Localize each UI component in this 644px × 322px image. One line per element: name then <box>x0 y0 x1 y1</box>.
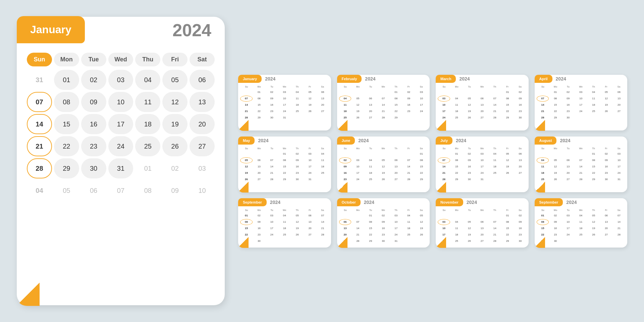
sc-date-cell[interactable]: 07 <box>266 157 278 163</box>
sc-date-cell[interactable]: 04 <box>575 213 587 219</box>
sc-date-cell[interactable]: 10 <box>352 164 364 170</box>
sc-date-cell[interactable]: 11 <box>575 219 587 225</box>
large-date-cell[interactable]: 01 <box>135 158 160 178</box>
sc-date-cell[interactable]: 22 <box>278 170 291 176</box>
sc-date-cell[interactable]: 23 <box>339 176 352 182</box>
sc-date-cell[interactable]: 24 <box>278 108 291 114</box>
sc-date-cell[interactable]: 15 <box>501 102 514 108</box>
sc-date-cell[interactable]: 23 <box>562 108 574 114</box>
sc-date-cell[interactable]: 24 <box>613 170 625 176</box>
sc-date-cell[interactable]: 16 <box>266 102 278 108</box>
sc-date-cell[interactable]: 27 <box>390 176 402 182</box>
sc-date-cell[interactable]: 17 <box>278 102 291 108</box>
sc-date-cell[interactable]: 17 <box>266 225 278 231</box>
sc-date-cell[interactable]: 16 <box>402 102 415 108</box>
large-date-cell[interactable]: 13 <box>190 92 215 112</box>
sc-date-cell[interactable]: 27 <box>476 238 488 244</box>
sc-date-cell[interactable]: 19 <box>501 164 514 170</box>
sc-date-cell[interactable]: 23 <box>402 108 415 114</box>
sc-date-cell[interactable]: 09 <box>253 219 265 225</box>
sc-date-cell[interactable]: 22 <box>587 170 600 176</box>
sc-date-cell[interactable]: 02 <box>377 213 389 219</box>
sc-date-cell[interactable]: 08 <box>501 96 514 102</box>
sc-date-cell[interactable]: 01 <box>415 151 428 157</box>
sc-date-cell[interactable]: 01 <box>501 213 514 219</box>
sc-date-cell[interactable]: 18 <box>450 232 463 238</box>
sc-date-cell[interactable]: 10 <box>613 157 625 163</box>
sc-date-cell[interactable]: 19 <box>304 102 316 108</box>
sc-date-cell[interactable]: 10 <box>304 157 316 163</box>
sc-date-cell[interactable]: 14 <box>317 219 329 225</box>
sc-date-cell[interactable]: 04 <box>278 213 291 219</box>
sc-date-cell[interactable]: 12 <box>549 164 561 170</box>
sc-date-cell[interactable]: 06 <box>253 157 265 163</box>
sc-date-cell[interactable]: 20 <box>514 164 527 170</box>
sc-date-cell[interactable]: 29 <box>390 115 402 121</box>
sc-date-cell[interactable]: 25 <box>450 238 463 244</box>
sc-date-cell[interactable]: 18 <box>450 108 463 114</box>
sc-date-cell[interactable]: 21 <box>266 170 278 176</box>
sc-date-cell[interactable]: 31 <box>390 238 402 244</box>
large-date-cell[interactable]: 29 <box>54 158 79 178</box>
large-date-cell[interactable]: 07 <box>27 92 52 112</box>
sc-date-cell[interactable]: 07 <box>317 213 329 219</box>
sc-date-cell[interactable]: 16 <box>514 102 527 108</box>
sc-date-cell[interactable]: 24 <box>304 170 316 176</box>
sc-date-cell[interactable]: 30 <box>514 115 527 121</box>
sc-date-cell[interactable]: 21 <box>402 170 415 176</box>
sc-date-cell[interactable]: 10 <box>476 157 488 163</box>
sc-date-cell[interactable]: 26 <box>291 232 304 238</box>
sc-date-cell[interactable]: 19 <box>463 108 476 114</box>
sc-date-cell[interactable]: 05 <box>501 151 514 157</box>
sc-date-cell[interactable]: 12 <box>463 225 476 231</box>
sc-date-cell[interactable]: 14 <box>438 164 450 170</box>
sc-date-cell[interactable]: 12 <box>501 157 514 163</box>
sc-date-cell[interactable]: 30 <box>600 176 612 182</box>
large-date-cell[interactable]: 19 <box>162 114 187 134</box>
sc-date-cell[interactable]: 11 <box>317 157 329 163</box>
large-date-cell[interactable]: 11 <box>135 92 160 112</box>
sc-date-cell[interactable]: 21 <box>575 170 587 176</box>
sc-date-cell[interactable]: 11 <box>489 157 501 163</box>
sc-date-cell[interactable]: 26 <box>463 115 476 121</box>
sc-date-cell[interactable]: 24 <box>390 232 402 238</box>
sc-date-cell[interactable]: 25 <box>587 108 600 114</box>
sc-date-cell[interactable]: 16 <box>463 164 476 170</box>
sc-date-cell[interactable]: 12 <box>240 164 253 170</box>
sc-date-cell[interactable]: 09 <box>463 157 476 163</box>
sc-date-cell[interactable]: 30 <box>291 176 304 182</box>
sc-date-cell[interactable]: 30 <box>377 238 389 244</box>
sc-date-cell[interactable]: 20 <box>390 170 402 176</box>
sc-date-cell[interactable]: 17 <box>415 102 428 108</box>
sc-date-cell[interactable]: 16 <box>600 164 612 170</box>
sc-date-cell[interactable]: 01 <box>549 89 561 95</box>
sc-date-cell[interactable]: 02 <box>514 89 527 95</box>
sc-date-cell[interactable]: 15 <box>253 102 265 108</box>
sc-date-cell[interactable]: 18 <box>489 164 501 170</box>
sc-date-cell[interactable]: 07 <box>402 157 415 163</box>
sc-date-cell[interactable]: 20 <box>317 102 329 108</box>
sc-date-cell[interactable]: 03 <box>476 151 488 157</box>
sc-date-cell[interactable]: 11 <box>339 102 352 108</box>
sc-date-cell[interactable]: 03 <box>390 213 402 219</box>
sc-date-cell[interactable]: 20 <box>304 225 316 231</box>
sc-date-cell[interactable]: 28 <box>438 176 450 182</box>
sc-date-cell[interactable]: 01 <box>240 213 253 219</box>
large-date-cell[interactable]: 12 <box>162 92 187 112</box>
sc-date-cell[interactable]: 03 <box>562 213 574 219</box>
sc-date-cell[interactable]: 28 <box>240 115 253 121</box>
sc-date-cell[interactable]: 11 <box>402 219 415 225</box>
sc-date-cell[interactable]: 25 <box>317 170 329 176</box>
sc-date-cell[interactable]: 05 <box>549 157 561 163</box>
sc-date-cell[interactable]: 16 <box>291 164 304 170</box>
sc-date-cell[interactable]: 26 <box>304 108 316 114</box>
sc-date-cell[interactable]: 03 <box>304 151 316 157</box>
large-date-cell[interactable]: 22 <box>54 136 79 156</box>
sc-date-cell[interactable]: 17 <box>352 170 364 176</box>
large-date-cell[interactable]: 04 <box>135 70 160 90</box>
sc-date-cell[interactable]: 14 <box>266 164 278 170</box>
sc-date-cell[interactable]: 18 <box>278 225 291 231</box>
sc-date-cell[interactable]: 25 <box>291 108 304 114</box>
sc-date-cell[interactable]: 25 <box>575 232 587 238</box>
sc-date-cell[interactable]: 26 <box>415 232 428 238</box>
